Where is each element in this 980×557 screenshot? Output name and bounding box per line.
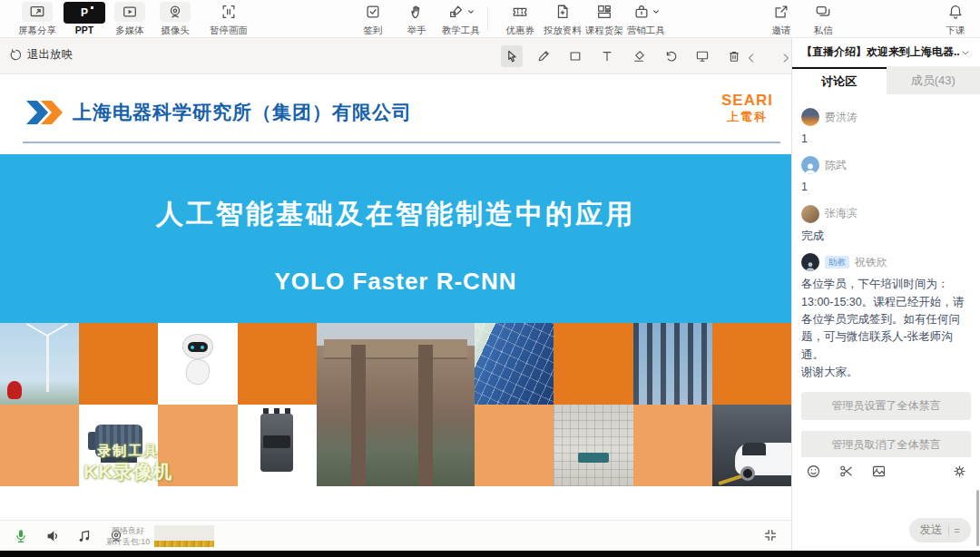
shape-tool[interactable] [564,45,586,67]
text-icon [600,49,614,64]
toolbar-item-end-class[interactable]: 下课 [931,2,980,38]
toolbar-item-teaching-tools[interactable]: 教学工具 [434,2,488,38]
slide-title: 人工智能基础及在智能制造中的应用 [0,196,791,233]
toolbar-item-multimedia[interactable]: 多媒体 [105,2,154,38]
toolbar-item-pause-screen[interactable]: 暂停画面 [201,2,256,38]
image-icon [871,464,887,479]
packet-loss-label: 累计丢包:10 [105,536,151,547]
gear-icon [952,464,967,479]
camera-icon [160,2,191,22]
chevron-left-icon [745,52,758,64]
multimedia-icon [114,2,145,22]
emoji-button[interactable] [803,461,823,481]
send-divider [948,525,949,536]
chat-text: 各位学员，下午培训时间为：13:00-15:30。课程已经开始，请各位学员完成签… [801,276,971,381]
chat-input-area[interactable]: 发送 = [792,484,980,552]
toolbar-item-ppt[interactable]: P PPT [60,2,109,38]
private-message-icon [808,2,838,22]
chevron-right-icon [779,52,792,64]
chat-message: 陈武 1 [801,156,971,196]
double-chevron-logo [25,98,67,127]
tab-discussion[interactable]: 讨论区 [792,67,887,94]
undo-tool[interactable] [660,45,681,67]
network-sparkline [154,525,214,547]
slide-navigation [740,47,797,69]
annotation-toolbar [501,45,745,67]
toolbar-item-label: 下课 [931,24,980,37]
chat-input-toolbar [792,457,980,484]
photo-institute-building [317,323,475,486]
toolbar-item-marketing-tools[interactable]: 营销工具 [619,2,673,38]
toolbar-item-label: 营销工具 [619,24,673,37]
send-button[interactable]: 发送 = [909,518,971,542]
chat-message-list[interactable]: 费洪涛 1 陈武 1 张海滨 完成 [792,94,980,457]
toolbar-item-check-in[interactable]: 签到 [348,2,397,38]
invite-icon [766,2,797,22]
chevron-down-icon[interactable] [960,47,971,58]
undo-icon [663,49,678,64]
header-rule [23,142,780,143]
chat-text: 完成 [801,228,971,245]
status-bar: 网络良好 累计丢包:10 [0,520,791,552]
microphone-button[interactable] [11,526,31,546]
chat-settings-button[interactable] [949,461,969,481]
photo-switchgear-lab [633,323,712,405]
pencil-tool[interactable] [533,45,554,67]
watermark-line1: 录制工具 [83,443,172,460]
network-quality-label: 网络良好 [105,525,151,536]
avatar [801,108,819,126]
rectangle-icon [568,49,583,64]
music-button[interactable] [74,526,94,546]
company-name: 上海电器科学研究所（集团）有限公司 [73,100,412,125]
chat-username: 陈武 [825,158,847,173]
chat-message: 助教 祝铁欣 各位学员，下午培训时间为：13:00-15:30。课程已经开始，请… [801,253,971,381]
music-note-icon [76,528,93,544]
system-message: 管理员设置了全体禁言 [801,392,971,420]
toolbar-item-camera[interactable]: 摄像头 [151,2,200,38]
end-class-icon [940,2,971,22]
chat-message: 费洪涛 1 [801,108,971,148]
photo-wind-turbine [0,323,79,405]
slide-header: 上海电器科学研究所（集团）有限公司 SEARI 上電科 [0,91,791,143]
live-intro-header[interactable]: 【直播介绍】欢迎来到上海电器... [792,38,980,67]
top-toolbar: 屏幕分享 P PPT 多媒体 摄像头 暂停画面 [0,0,980,38]
check-in-icon [358,2,388,22]
scrollbar-thumb[interactable] [976,490,979,546]
exit-fullscreen-button[interactable] [762,527,779,547]
whiteboard-tool[interactable] [691,45,713,67]
speaker-icon [44,528,61,544]
screenshot-button[interactable] [836,461,856,481]
toolbar-item-screen-share[interactable]: 屏幕分享 [13,2,62,38]
live-class-window: 屏幕分享 P PPT 多媒体 摄像头 暂停画面 [0,0,980,557]
seari-logo-subtext: 上電科 [721,111,773,122]
materials-icon [547,2,578,22]
pause-screen-icon [213,2,244,22]
display-icon [695,49,710,64]
seari-logo-text: SEARI [721,93,773,108]
title-banner: 人工智能基础及在智能制造中的应用 YOLO Faster R-CNN [0,154,791,323]
tab-members[interactable]: 成员(43) [887,67,980,94]
trash-icon [727,49,741,64]
text-tool[interactable] [596,45,618,67]
orange-tile-light [0,405,79,486]
previous-slide-button[interactable] [740,47,762,69]
coupon-icon [505,2,535,22]
chat-text: 1 [801,179,971,196]
photo-solar-panels [475,323,554,405]
avatar [801,253,819,271]
toolbar-item-private-message[interactable]: 私信 [799,2,848,38]
presentation-toolbar: 退出放映 [0,38,791,74]
toolbar-item-label: 屏幕分享 [13,24,62,37]
select-cursor-tool[interactable] [501,45,523,67]
send-shortcut[interactable]: = [955,525,960,536]
collapse-icon [762,527,779,543]
eraser-icon [632,49,646,64]
avatar [801,156,819,174]
avatar [801,205,819,223]
image-button[interactable] [868,461,888,481]
speaker-button[interactable] [43,526,63,546]
exit-slideshow-button[interactable]: 退出放映 [9,47,73,63]
eraser-tool[interactable] [628,45,650,67]
teaching-tools-icon [446,2,476,22]
watermark-line2: KK录像机 [83,460,172,484]
